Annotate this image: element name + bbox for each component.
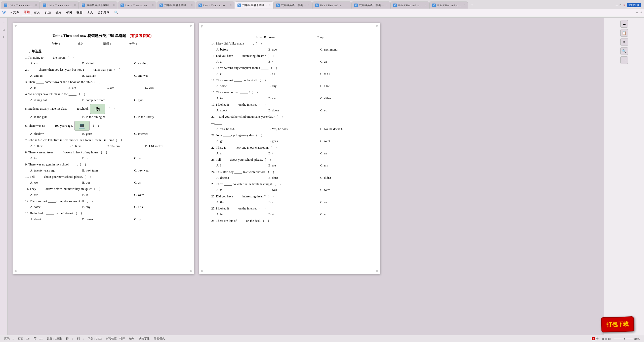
tab-9[interactable]: W Unit 4 Then and now... × (312, 2, 351, 9)
opt-27b: B. at (268, 212, 315, 217)
question-11: 11. They _____ active before, but now th… (25, 186, 181, 192)
opt-21c: C. went (320, 139, 367, 144)
tab-close-6[interactable]: × (228, 3, 232, 7)
opt-14b: B. now (268, 47, 315, 52)
search-icon[interactable]: 🔍 (114, 11, 118, 15)
tab-close-9[interactable]: × (345, 3, 348, 7)
opt-6a: A. shadow (30, 131, 77, 137)
menu-vip[interactable]: 会员专享 (96, 10, 112, 15)
tab-close-10[interactable]: × (384, 3, 387, 7)
tab-5[interactable]: W 六年级英语下学期Uni... × (157, 2, 195, 9)
share-icon[interactable]: ↗ (640, 11, 642, 14)
side-icon-3[interactable]: ↕ (1, 34, 6, 39)
menu-start[interactable]: 开始 (22, 10, 32, 15)
document-page-left[interactable]: ⠿ Unit 4 Then and now 易错题分类汇编-单选题 （有参考答案… (13, 23, 194, 274)
q14-pre-a: A. to (211, 35, 262, 40)
tab-11[interactable]: W Unit 4 Then and now... × (390, 2, 429, 9)
new-tab-button[interactable]: + (468, 2, 476, 9)
tab-4[interactable]: W Unit 4 Then and now... × (118, 2, 156, 9)
menu-view[interactable]: 视图 (74, 10, 85, 15)
question-23: 23. Tell _____ about your school, please… (211, 157, 367, 162)
minimize-button[interactable]: ─ (616, 4, 618, 7)
opt-25b: B. was (268, 187, 315, 193)
login-button[interactable]: 立即登录 (627, 3, 641, 7)
menu-page[interactable]: 页面 (43, 10, 53, 15)
stadium-image (90, 104, 105, 114)
tab-close-3[interactable]: × (112, 3, 115, 7)
tab-icon-11: W (393, 4, 397, 7)
close-window-button[interactable]: × (623, 4, 625, 7)
opt-11b: B. is (82, 192, 129, 198)
opt-12c: C. little (134, 204, 181, 210)
status-zoom-bar[interactable]: ─────●──── 110% (614, 337, 640, 340)
computer-image (74, 121, 90, 131)
right-icon-search[interactable]: 🔍 (620, 47, 628, 55)
tab-icon-8: W (276, 4, 280, 7)
tab-1[interactable]: W Unit 4 Then and now... × (1, 2, 40, 9)
right-icon-clipboard[interactable]: 📋 (620, 29, 628, 37)
tab-close-4[interactable]: × (150, 3, 154, 7)
tab-label-4: Unit 4 Then and now... (125, 4, 150, 7)
right-icon-cloud[interactable]: ☁ (620, 20, 628, 28)
options-2: A. am; am B. was; am C. am; was (30, 73, 181, 78)
maximize-button[interactable]: □ (620, 4, 621, 7)
right-icon-more[interactable]: ⋯ (620, 56, 628, 64)
menu-reference[interactable]: 引用 (53, 10, 63, 15)
opt-9c: C. next year (134, 168, 181, 173)
question-5: 5. Students usually have PE class _____ … (25, 104, 181, 114)
options-21: A. go B. goes C. went (216, 139, 367, 144)
options-7: A. 160 cm. B. 156 cm. C. 166 cm. D. 1.61… (30, 144, 181, 149)
tab-6[interactable]: W Unit 4 Then and now... × (196, 2, 234, 9)
tab-label-8: 六年级英语下学期Uni... (281, 3, 306, 7)
tab-close-7[interactable]: × (267, 3, 271, 7)
tab-close-12[interactable]: × (462, 3, 465, 7)
menu-file[interactable]: ≡ 文件 (9, 10, 21, 15)
question-19: 19. I looked it _____ on the Internet.（ … (211, 102, 367, 107)
tab-7[interactable]: W 六年级英语下学期下... × (235, 2, 273, 9)
s-label: 中 (596, 337, 599, 340)
tab-icon-3: W (82, 4, 85, 7)
tab-label-2: Unit 4 Then and now... (48, 4, 73, 7)
tab-10[interactable]: W 六年级英语下学期Uni... × (351, 2, 390, 9)
options-18: A. too B. also C. either (216, 96, 367, 101)
cloud-icon[interactable]: ☁ (635, 11, 638, 14)
opt-18a: A. too (216, 96, 263, 101)
opt-26a: A. the (216, 200, 263, 205)
side-icon-2[interactable]: □ (1, 27, 6, 32)
tab-3[interactable]: W 六年级英语下学期Uni... × (79, 2, 118, 9)
opt-11a: A. are (30, 192, 77, 198)
tab-2[interactable]: W Unit 4 Then and now... × (40, 2, 79, 9)
question-4: 4. We always have PE class in the _____.… (25, 92, 181, 97)
download-badge[interactable]: 打包下载 (601, 316, 634, 333)
opt-22b: B. / (268, 151, 315, 156)
question-28: 28. There are lots of _____ on the desk.… (211, 218, 367, 224)
tab-close-8[interactable]: × (306, 3, 309, 7)
tab-8[interactable]: W 六年级英语下学期Uni... × (273, 2, 312, 9)
tab-close-11[interactable]: × (423, 3, 426, 7)
tab-close-1[interactable]: × (34, 3, 37, 7)
menu-insert[interactable]: 插入 (32, 10, 42, 15)
side-icon-1[interactable]: ≡ (1, 20, 6, 25)
opt-5c: C. in the library (134, 114, 181, 120)
right-icon-edit[interactable]: ✏ (620, 38, 628, 46)
tab-label-1: Unit 4 Then and now... (9, 4, 34, 7)
tab-12[interactable]: W Unit 4 Then and now... × (429, 2, 468, 9)
opt-10a: A. we (30, 180, 77, 185)
doc-title-answer: （有参考答案） (127, 34, 154, 38)
menu-tools[interactable]: 工具 (85, 10, 95, 15)
opt-22a: A. a (216, 151, 263, 156)
tab-close-2[interactable]: × (73, 3, 76, 7)
tab-close-5[interactable]: × (189, 3, 193, 7)
tab-icon-10: W (354, 4, 358, 7)
opt-9a: A. twenty years ago (30, 168, 77, 173)
question-9: 9. There was no gym in my school _____.（… (25, 162, 181, 167)
opt-24a: A. doesn't (216, 175, 263, 181)
question-17: 17. There weren't _____ books at all.（ ） (211, 78, 367, 83)
doc-title-text: Unit 4 Then and now 易错题分类汇编-单选题 (53, 34, 127, 38)
document-page-right[interactable]: ⠿ A. to B. down C. up 14. Mary didn't li… (199, 23, 380, 274)
question-26: 26. Did you have _____ interesting dream… (211, 194, 367, 199)
opt-23c: C. my (320, 163, 367, 168)
menu-review[interactable]: 审阅 (64, 10, 74, 15)
opt-13c: C. up (134, 217, 181, 222)
tab-icon-7: W (237, 4, 241, 7)
